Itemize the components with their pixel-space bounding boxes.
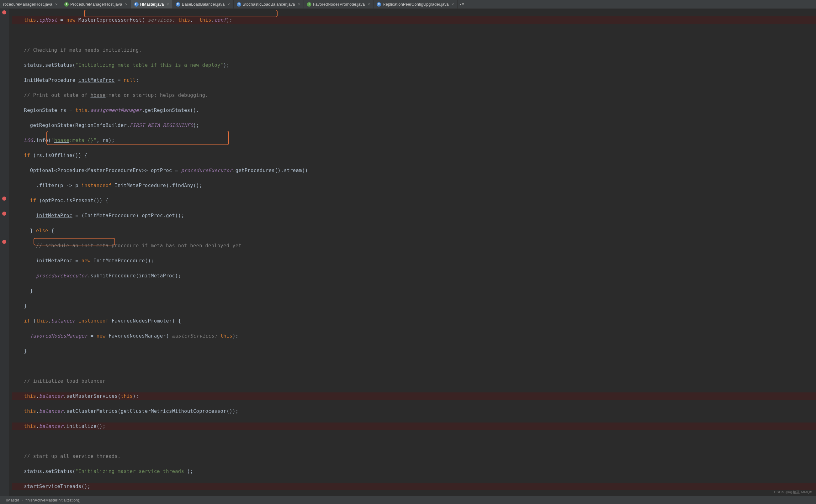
breadcrumb-class[interactable]: HMaster xyxy=(4,498,19,502)
class-icon: C xyxy=(176,2,180,7)
interface-icon: I xyxy=(64,2,69,7)
tab-6[interactable]: CReplicationPeerConfigUpgrader.java× xyxy=(373,0,457,8)
chevron-right-icon: › xyxy=(22,498,23,502)
tab-4[interactable]: CStochasticLoadBalancer.java× xyxy=(234,0,304,8)
breadcrumb-method[interactable]: finishActiveMasterInitialization() xyxy=(25,498,80,502)
tab-2[interactable]: CHMaster.java× xyxy=(131,0,173,8)
tab-label: StochasticLoadBalancer.java xyxy=(243,2,295,7)
tab-label: ProcedureManagerHost.java xyxy=(70,2,122,7)
breakpoint-icon[interactable] xyxy=(2,212,6,216)
breakpoint-icon[interactable] xyxy=(2,197,6,201)
interface-icon: I xyxy=(307,2,311,7)
tab-3[interactable]: CBaseLoadBalancer.java× xyxy=(173,0,234,8)
tab-label: FavoredNodesPromoter.java xyxy=(313,2,365,7)
close-icon[interactable]: × xyxy=(452,2,454,7)
watermark: CSDN @格格巫 MMQ!! xyxy=(774,490,812,495)
tab-label: ReplicationPeerConfigUpgrader.java xyxy=(382,2,449,7)
editor-tabs: rocedureManagerHost.java× IProcedureMana… xyxy=(0,0,816,9)
close-icon[interactable]: × xyxy=(55,2,58,7)
tab-0[interactable]: rocedureManagerHost.java× xyxy=(0,0,61,8)
breakpoint-icon[interactable] xyxy=(2,10,6,14)
gutter[interactable] xyxy=(0,9,9,496)
close-icon[interactable]: × xyxy=(227,2,230,7)
editor-area: this.cpHost = new MasterCoprocessorHost(… xyxy=(0,9,816,496)
code-editor[interactable]: this.cpHost = new MasterCoprocessorHost(… xyxy=(9,9,816,496)
close-icon[interactable]: × xyxy=(367,2,370,7)
breadcrumb: HMaster › finishActiveMasterInitializati… xyxy=(0,496,816,504)
class-icon: C xyxy=(376,2,381,7)
close-icon[interactable]: × xyxy=(297,2,300,7)
tab-label: BaseLoadBalancer.java xyxy=(182,2,225,7)
class-icon: C xyxy=(237,2,241,7)
breakpoint-icon[interactable] xyxy=(2,240,6,244)
ide-window: rocedureManagerHost.java× IProcedureMana… xyxy=(0,0,816,504)
close-icon[interactable]: × xyxy=(125,2,127,7)
tab-label: rocedureManagerHost.java xyxy=(3,2,52,7)
class-icon: C xyxy=(134,2,139,7)
tab-label: HMaster.java xyxy=(140,2,164,7)
tab-1[interactable]: IProcedureManagerHost.java× xyxy=(61,0,131,8)
tab-overflow-icon[interactable]: ▾≡ xyxy=(458,0,466,8)
text-cursor xyxy=(121,454,121,459)
close-icon[interactable]: × xyxy=(167,2,169,7)
tab-5[interactable]: IFavoredNodesPromoter.java× xyxy=(304,0,374,8)
